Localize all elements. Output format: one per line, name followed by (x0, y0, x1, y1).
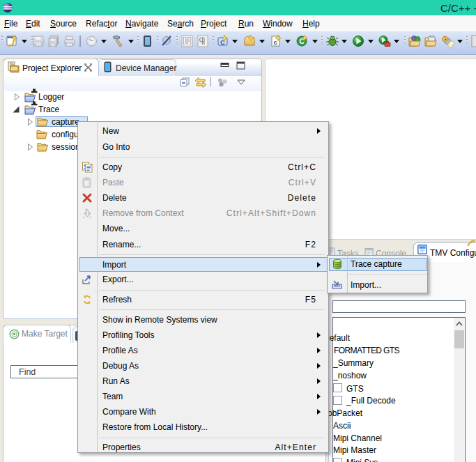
svg-text:c: c (274, 39, 277, 46)
